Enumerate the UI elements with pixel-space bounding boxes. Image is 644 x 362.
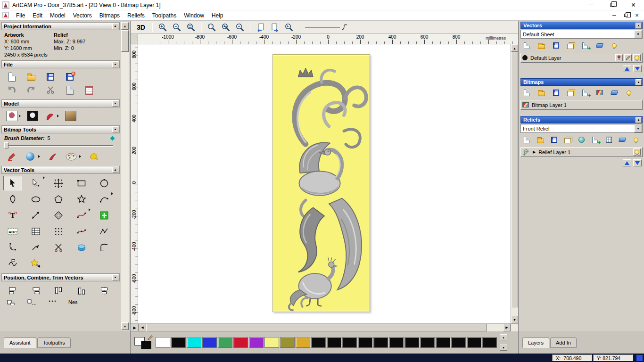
export-model-button[interactable] xyxy=(64,71,75,82)
collapse-section-button[interactable]: ▲ xyxy=(112,126,118,132)
smooth-relief-button[interactable] xyxy=(577,136,586,144)
wrap-vectors-tool[interactable] xyxy=(26,256,45,271)
collapse-section-button[interactable]: ▲ xyxy=(636,117,642,123)
scroll-up-button[interactable]: ▲ xyxy=(121,22,129,30)
menu-model[interactable]: Model xyxy=(46,11,69,20)
brush-diameter-slider[interactable] xyxy=(4,145,113,146)
palette-swatch[interactable] xyxy=(311,337,326,348)
merge-vector-layers-button[interactable] xyxy=(566,41,575,49)
relief-layer-row[interactable]: ▶ Relief Layer 1 xyxy=(520,147,643,157)
node-edit-tool[interactable] xyxy=(26,176,45,190)
delete-bitmap-layer-button[interactable] xyxy=(610,89,619,97)
brush-shape-icon[interactable] xyxy=(110,136,115,140)
layer-colour-chip[interactable] xyxy=(522,55,528,60)
scroll-down-button[interactable]: ▼ xyxy=(121,322,129,330)
palette-swatch[interactable] xyxy=(342,337,357,348)
new-vector-layer-button[interactable] xyxy=(522,41,531,49)
restore-button[interactable] xyxy=(602,0,623,10)
canvas-vertical-scrollbar[interactable]: ▲ ▼ xyxy=(511,44,518,323)
toggle-all-reliefs-button[interactable] xyxy=(632,136,640,144)
menu-vectors[interactable]: Vectors xyxy=(69,11,96,20)
menu-file[interactable]: File xyxy=(12,11,29,20)
save-relief-layer-button[interactable] xyxy=(550,136,558,144)
palette-swatch[interactable] xyxy=(358,337,372,348)
new-bitmap-layer-button[interactable] xyxy=(522,89,531,97)
open-model-button[interactable] xyxy=(25,71,37,82)
measure-tool[interactable] xyxy=(26,208,45,222)
scroll-track[interactable] xyxy=(146,324,503,331)
create-arc-tool[interactable] xyxy=(95,192,114,206)
create-rectangle-tool[interactable] xyxy=(72,176,91,190)
paste-block-tool[interactable] xyxy=(95,208,114,222)
zoom-previous-button[interactable] xyxy=(283,22,295,33)
fit-polyline-tool[interactable] xyxy=(95,224,114,239)
secondary-colour-chip[interactable] xyxy=(141,341,151,349)
greyscale-flyout-arrow-icon[interactable] xyxy=(19,115,21,117)
greyscale-view-button[interactable] xyxy=(6,110,17,122)
save-bitmap-layer-button[interactable] xyxy=(552,89,560,97)
canvas-2d-view[interactable] xyxy=(138,44,511,323)
text-block-tool[interactable]: ABC xyxy=(3,224,22,239)
previous-bitmap-layer-button[interactable] xyxy=(255,22,266,33)
join-vectors-tool[interactable] xyxy=(26,240,45,255)
palette-swatch[interactable] xyxy=(451,337,466,348)
palette-swatch[interactable] xyxy=(280,337,295,348)
palette-swatch[interactable] xyxy=(327,337,341,348)
palette-swatch[interactable] xyxy=(264,337,279,348)
reset-relief-button[interactable] xyxy=(44,110,56,122)
vector-sheet-select[interactable]: Default Sheet ▼ xyxy=(520,30,643,39)
zoom-window-button[interactable] xyxy=(185,22,197,33)
palette-scroll-down-button[interactable]: ▼ xyxy=(500,345,507,351)
zoom-1to1-button[interactable]: 1:1 xyxy=(206,22,217,33)
create-arc-points-tool[interactable] xyxy=(3,240,22,255)
flyout-arrow-icon[interactable] xyxy=(43,176,45,179)
cut-button[interactable] xyxy=(45,84,56,96)
duplicate-bitmap-layer-button[interactable]: + xyxy=(581,89,589,97)
palette-scroll-up-button[interactable]: ▲ xyxy=(500,334,507,340)
move-layer-down-button[interactable] xyxy=(633,159,642,166)
zoom-out-button[interactable] xyxy=(171,22,182,33)
paint-selective-button[interactable] xyxy=(25,151,36,162)
mdi-close-button[interactable]: × xyxy=(634,12,640,19)
menu-reliefs[interactable]: Reliefs xyxy=(124,11,149,20)
menu-help[interactable]: Help xyxy=(208,11,227,20)
paint-button[interactable] xyxy=(6,151,17,162)
align-centre-tool[interactable] xyxy=(95,283,114,298)
move-layer-up-button[interactable] xyxy=(623,159,631,166)
toggle-all-vectors-button[interactable] xyxy=(610,41,619,49)
collapse-section-button[interactable]: ▲ xyxy=(112,167,118,173)
palette-swatch[interactable] xyxy=(218,337,232,348)
menu-window[interactable]: Window xyxy=(180,11,208,20)
palette-swatch[interactable] xyxy=(389,337,404,348)
tab-assistant[interactable]: Assistant xyxy=(4,337,36,348)
save-vector-layer-button[interactable] xyxy=(552,41,560,49)
flyout-arrow-icon[interactable] xyxy=(89,208,91,211)
next-bitmap-layer-button[interactable] xyxy=(269,22,281,33)
open-bitmap-layer-button[interactable] xyxy=(537,89,545,97)
align-bottom-tool[interactable] xyxy=(72,283,91,298)
create-text-tool[interactable]: T xyxy=(3,208,22,222)
section-profile-tool[interactable] xyxy=(3,256,22,271)
reset-flyout-arrow-icon[interactable] xyxy=(57,115,59,117)
draw-button[interactable] xyxy=(47,151,58,162)
artwork-page[interactable] xyxy=(272,54,370,312)
scroll-down-button[interactable]: ▼ xyxy=(511,316,518,323)
create-ellipse-tool[interactable] xyxy=(26,192,45,206)
fade-relief-slider[interactable] xyxy=(304,23,349,32)
trim-vectors-tool[interactable] xyxy=(49,240,68,255)
zoom-objects-button[interactable] xyxy=(234,22,246,33)
palette-swatch[interactable] xyxy=(171,337,186,348)
palette-swatch[interactable] xyxy=(233,337,248,348)
scroll-right-button[interactable]: ▶ xyxy=(503,324,511,331)
open-relief-layer-button[interactable] xyxy=(536,136,545,144)
relief-select[interactable]: Front Relief ▼ xyxy=(520,124,643,133)
redo-button[interactable] xyxy=(25,84,37,96)
invert-view-button[interactable] xyxy=(27,110,38,122)
palette-swatch[interactable] xyxy=(296,337,310,348)
palette-swatch[interactable] xyxy=(202,337,217,348)
layer-visibility-button[interactable] xyxy=(633,148,641,156)
tab-layers[interactable]: Layers xyxy=(522,337,549,348)
palette-flyout-arrow-icon[interactable] xyxy=(79,155,81,158)
close-button[interactable]: × xyxy=(623,0,644,10)
collapse-section-button[interactable]: ▲ xyxy=(636,23,642,29)
